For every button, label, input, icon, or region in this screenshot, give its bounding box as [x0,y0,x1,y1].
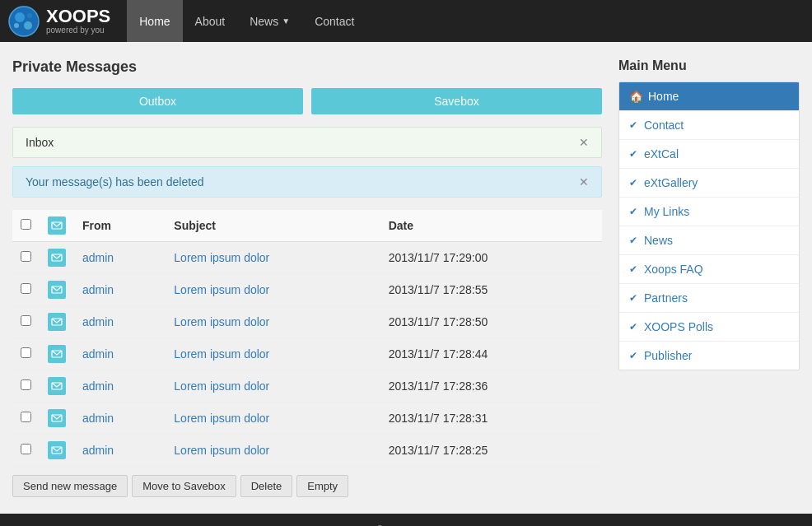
nav-menu: Home About News ▼ Contact [127,0,366,42]
brand-name: XOOPS [46,6,110,26]
subject-link[interactable]: Lorem ipsum dolor [174,412,269,425]
sidebar-item-xoops-faq[interactable]: ✔Xoops FAQ [619,255,799,284]
alert-close-button[interactable]: ✕ [579,175,589,189]
sidebar-item-label: XOOPS Polls [644,320,713,333]
row-checkbox-4[interactable] [21,379,31,390]
row-date: 2013/11/7 17:28:50 [380,306,602,338]
row-from: admin [74,306,166,338]
row-date: 2013/11/7 17:28:36 [380,370,602,403]
sidebar-item-label: Partners [644,291,688,305]
row-envelope-cell [40,435,74,467]
nav-item-contact[interactable]: Contact [302,0,366,42]
messages-table: From Subject Date admin [12,210,602,467]
header-from: From [74,210,166,242]
envelope-icon [48,409,66,427]
from-link[interactable]: admin [82,251,114,264]
row-date: 2013/11/7 17:29:00 [380,242,602,274]
send-new-message-button[interactable]: Send new message [12,475,128,497]
nav-item-about[interactable]: About [183,0,238,42]
row-from: admin [74,338,166,370]
alert-message: Your message(s) has been deleted [26,175,204,189]
subject-link[interactable]: Lorem ipsum dolor [174,283,269,296]
from-link[interactable]: admin [82,379,114,393]
table-row: admin Lorem ipsum dolor 2013/11/7 17:28:… [12,370,602,403]
table-row: admin Lorem ipsum dolor 2013/11/7 17:28:… [12,274,602,306]
subject-link[interactable]: Lorem ipsum dolor [174,379,269,393]
header-date: Date [380,210,602,242]
sidebar-item-extcal[interactable]: ✔eXtCal [619,140,799,169]
row-checkbox-2[interactable] [21,315,31,326]
navbar: XOOPS powered by you Home About News ▼ C… [0,0,812,42]
row-subject: Lorem ipsum dolor [166,370,380,403]
header-envelope-icon [48,216,66,235]
brand-subtitle: powered by you [46,26,110,35]
row-checkbox-3[interactable] [21,347,31,358]
row-subject: Lorem ipsum dolor [166,242,380,274]
row-from: admin [74,370,166,403]
check-icon: ✔ [629,177,637,189]
row-envelope-cell [40,242,74,274]
delete-button[interactable]: Delete [240,475,293,497]
from-link[interactable]: admin [82,315,114,328]
alert-panel: Your message(s) has been deleted ✕ [12,166,602,198]
sidebar-item-news[interactable]: ✔News [619,226,799,255]
row-envelope-cell [40,306,74,338]
sidebar-item-my-links[interactable]: ✔My Links [619,198,799,226]
sidebar-item-publisher[interactable]: ✔Publisher [619,342,799,370]
sidebar-item-partners[interactable]: ✔Partners [619,284,799,313]
subject-link[interactable]: Lorem ipsum dolor [174,347,269,361]
row-checkbox-cell [12,370,40,403]
header-envelope-cell [40,210,74,242]
home-icon: 🏠 [629,90,643,103]
row-checkbox-6[interactable] [21,444,31,454]
check-icon: ✔ [629,350,637,361]
row-checkbox-1[interactable] [21,283,31,294]
sidebar-item-label: Contact [644,119,684,132]
from-link[interactable]: admin [82,412,114,425]
subject-link[interactable]: Lorem ipsum dolor [174,315,269,328]
nav-item-news[interactable]: News ▼ [237,0,302,42]
sidebar-item-home[interactable]: 🏠Home [619,82,799,111]
check-icon: ✔ [629,321,637,333]
table-row: admin Lorem ipsum dolor 2013/11/7 17:28:… [12,306,602,338]
outbox-button[interactable]: Outbox [12,88,303,114]
from-link[interactable]: admin [82,444,114,457]
envelope-icon [48,313,66,331]
sidebar-item-extgallery[interactable]: ✔eXtGallery [619,169,799,198]
check-icon: ✔ [629,148,637,160]
check-icon: ✔ [629,263,637,275]
subject-link[interactable]: Lorem ipsum dolor [174,444,269,457]
sidebar-item-xoops-polls[interactable]: ✔XOOPS Polls [619,313,799,342]
table-row: admin Lorem ipsum dolor 2013/11/7 17:28:… [12,435,602,467]
table-row: admin Lorem ipsum dolor 2013/11/7 17:28:… [12,338,602,370]
header-checkbox-cell [12,210,40,242]
content-area: Private Messages Outbox Savebox Inbox ✕ … [12,58,602,497]
check-icon: ✔ [629,292,637,304]
nav-item-home[interactable]: Home [127,0,182,42]
row-from: admin [74,403,166,435]
move-to-savebox-button[interactable]: Move to Savebox [132,475,236,497]
envelope-icon [48,249,66,267]
sidebar-item-label: Home [648,90,679,103]
sidebar-item-contact[interactable]: ✔Contact [619,111,799,140]
inbox-label: Inbox [26,136,54,149]
table-header-row: From Subject Date [12,210,602,242]
row-checkbox-cell [12,435,40,467]
table-row: admin Lorem ipsum dolor 2013/11/7 17:29:… [12,242,602,274]
from-link[interactable]: admin [82,283,114,296]
row-date: 2013/11/7 17:28:31 [380,403,602,435]
empty-button[interactable]: Empty [296,475,348,497]
savebox-button[interactable]: Savebox [311,88,602,114]
row-checkbox-5[interactable] [21,412,31,422]
inbox-panel: Inbox ✕ [12,127,602,158]
inbox-close-button[interactable]: ✕ [579,136,589,149]
row-envelope-cell [40,403,74,435]
row-checkbox-cell [12,306,40,338]
page-title: Private Messages [12,58,602,76]
sidebar-item-label: Xoops FAQ [644,263,703,276]
from-link[interactable]: admin [82,347,114,361]
select-all-checkbox[interactable] [21,219,31,230]
subject-link[interactable]: Lorem ipsum dolor [174,251,269,264]
row-from: admin [74,242,166,274]
row-checkbox-0[interactable] [21,251,31,262]
